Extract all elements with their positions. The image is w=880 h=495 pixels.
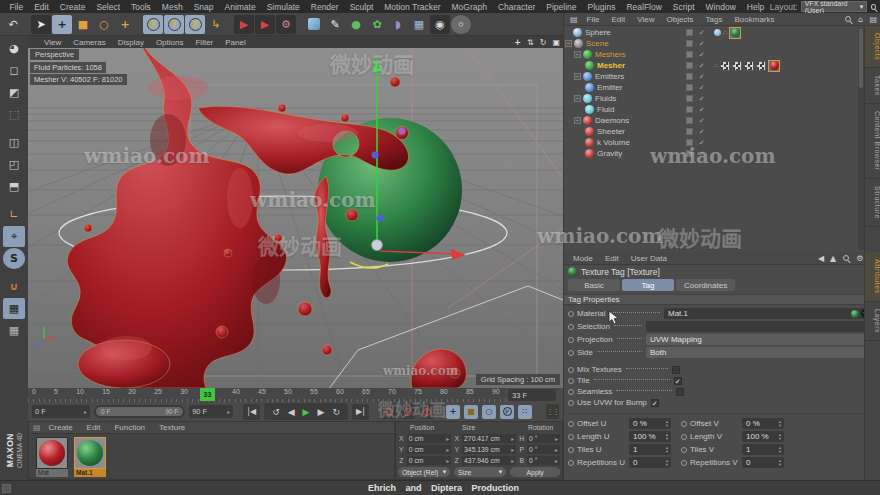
- coordinate-mode-dropdown[interactable]: Object (Rel)▾: [398, 467, 450, 477]
- planar-workplane-icon[interactable]: ▦: [3, 320, 25, 341]
- display-tag-icon[interactable]: ∴: [723, 29, 727, 37]
- menu-sculpt[interactable]: Sculpt: [344, 2, 379, 12]
- expander-icon[interactable]: −: [574, 95, 581, 102]
- tree-item-emitter[interactable]: Emitter :✓: [564, 82, 858, 93]
- visibility-toggles[interactable]: :✓: [686, 73, 705, 81]
- material-menu-texture[interactable]: Texture: [153, 423, 191, 432]
- menu-script[interactable]: Script: [667, 2, 700, 12]
- autokey-icon[interactable]: [400, 404, 415, 419]
- menu-help[interactable]: Help: [741, 2, 769, 12]
- tab-takes[interactable]: Takes: [865, 68, 880, 104]
- history-up-icon[interactable]: ▲: [827, 254, 839, 263]
- key-position-icon[interactable]: +: [446, 405, 460, 419]
- snap-tool-icon[interactable]: +: [115, 15, 135, 34]
- key-rotation-icon[interactable]: ○: [482, 405, 496, 419]
- visibility-toggles[interactable]: :✓: [686, 128, 705, 136]
- keyframe-dot-icon[interactable]: [568, 311, 574, 317]
- tab-objects[interactable]: Objects: [865, 26, 880, 68]
- range-end-field[interactable]: 90 F ▸: [189, 405, 233, 418]
- apply-button[interactable]: Apply: [510, 467, 560, 477]
- tree-item-fluids[interactable]: − Fluids :✓: [564, 93, 858, 104]
- tree-item-daemons[interactable]: − Daemons :✓: [564, 115, 858, 126]
- material-item-mat[interactable]: Mat: [35, 437, 69, 477]
- play-icon[interactable]: ▶: [303, 407, 310, 417]
- snap-settings-icon[interactable]: S: [3, 248, 25, 269]
- point-mode-icon[interactable]: ⬚: [3, 104, 25, 125]
- texture-tag-checker-icon[interactable]: [744, 61, 754, 71]
- viewport-menu-panel[interactable]: Panel: [219, 38, 251, 47]
- history-back-icon[interactable]: ◀: [815, 254, 827, 263]
- keyframe-dot-icon[interactable]: [568, 460, 574, 466]
- visibility-toggles[interactable]: :✓: [686, 84, 705, 92]
- menu-snap[interactable]: Snap: [188, 2, 219, 12]
- om-menu-tags[interactable]: Tags: [700, 15, 729, 24]
- attr-menu-mode[interactable]: Mode: [567, 254, 599, 263]
- menu-create[interactable]: Create: [54, 2, 91, 12]
- goto-start-icon[interactable]: |◀: [243, 404, 260, 420]
- material-menu-create[interactable]: Create: [43, 423, 79, 432]
- keyframe-dot-icon[interactable]: [568, 421, 574, 427]
- search-icon[interactable]: [871, 4, 876, 10]
- play-backwards-icon[interactable]: ↺: [272, 407, 280, 417]
- rotate-tool-icon[interactable]: ○: [94, 15, 114, 34]
- add-cube-icon[interactable]: [304, 15, 324, 34]
- keyframe-dot-icon[interactable]: [681, 447, 687, 453]
- camera-orbit-icon[interactable]: ↻: [537, 38, 550, 47]
- repetitions-u-field[interactable]: 0▲▼: [629, 457, 671, 468]
- tree-item-mesher[interactable]: Mesher :✓ ∴: [564, 60, 858, 71]
- tiles-v-field[interactable]: 1▲▼: [742, 444, 784, 455]
- magnet-icon[interactable]: ∪: [3, 276, 25, 297]
- keyframe-dot-icon[interactable]: [568, 324, 574, 330]
- goto-end-icon[interactable]: ▶|: [352, 404, 369, 420]
- add-generator-icon[interactable]: ●: [346, 15, 366, 34]
- om-menu-view[interactable]: View: [631, 15, 660, 24]
- menu-animate[interactable]: Animate: [219, 2, 261, 12]
- length-u-field[interactable]: 100 %▲▼: [629, 431, 671, 442]
- length-v-field[interactable]: 100 %▲▼: [742, 431, 784, 442]
- texture-tag-checker-icon[interactable]: [720, 61, 730, 71]
- menu-plugins[interactable]: Plugins: [582, 2, 621, 12]
- render-view-icon[interactable]: ▶: [234, 15, 254, 34]
- offset-v-field[interactable]: 0 %▲▼: [742, 418, 784, 429]
- lock-y-axis-icon[interactable]: Y: [164, 15, 184, 34]
- visibility-toggles[interactable]: :✓: [686, 95, 705, 103]
- attr-menu-user-data[interactable]: User Data: [625, 254, 673, 263]
- timeline-ruler[interactable]: 05 1015 2025 3035 4045 5055 6065 7075 80…: [28, 388, 506, 402]
- tree-item-gravity[interactable]: Gravity :✓: [564, 148, 858, 159]
- om-menu-objects[interactable]: Objects: [660, 15, 699, 24]
- camera-dolly-icon[interactable]: ⇅: [524, 38, 537, 47]
- make-editable-icon[interactable]: ◕: [3, 38, 25, 59]
- menu-realflow[interactable]: RealFlow: [621, 2, 667, 12]
- panel-layout-icon[interactable]: ▤: [866, 15, 880, 24]
- rotation-b-field[interactable]: 0 °▸: [527, 456, 560, 465]
- visibility-toggles[interactable]: :✓: [686, 40, 705, 48]
- panel-icon[interactable]: ▤: [567, 15, 581, 24]
- next-frame-icon[interactable]: ▶: [318, 407, 325, 417]
- menu-render[interactable]: Render: [305, 2, 344, 12]
- tile-checkbox[interactable]: ✓: [674, 377, 682, 385]
- menu-edit[interactable]: Edit: [29, 2, 55, 12]
- material-item-mat1[interactable]: Mat.1: [73, 437, 107, 477]
- keyframe-dot-icon[interactable]: [681, 421, 687, 427]
- keyframe-dot-icon[interactable]: [568, 337, 574, 343]
- spinner-arrows-icon[interactable]: ▸: [84, 408, 87, 415]
- mix-textures-checkbox[interactable]: [672, 366, 680, 374]
- timeline-options-icon[interactable]: ⋮⋮: [546, 404, 559, 419]
- tab-tag[interactable]: Tag: [622, 279, 674, 291]
- material-menu-function[interactable]: Function: [108, 423, 151, 432]
- move-tool-icon[interactable]: +: [52, 15, 72, 34]
- tab-structure[interactable]: Structure: [865, 179, 880, 227]
- lock-x-axis-icon[interactable]: X: [143, 15, 163, 34]
- viewport-menu-options[interactable]: Options: [150, 38, 190, 47]
- texture-tag-icon[interactable]: [729, 27, 741, 39]
- om-menu-bookmarks[interactable]: Bookmarks: [728, 15, 780, 24]
- keyframe-dot-icon[interactable]: [681, 434, 687, 440]
- om-menu-file[interactable]: File: [581, 15, 606, 24]
- model-mode-icon[interactable]: ◻: [3, 60, 25, 81]
- expander-icon[interactable]: −: [565, 40, 572, 47]
- size-mode-dropdown[interactable]: Size▾: [454, 467, 506, 477]
- position-y-field[interactable]: 0 cm▸: [407, 445, 452, 454]
- visibility-toggles[interactable]: :✓: [686, 51, 705, 59]
- seamless-checkbox[interactable]: [676, 388, 684, 396]
- keyframe-dot-icon[interactable]: [568, 400, 574, 406]
